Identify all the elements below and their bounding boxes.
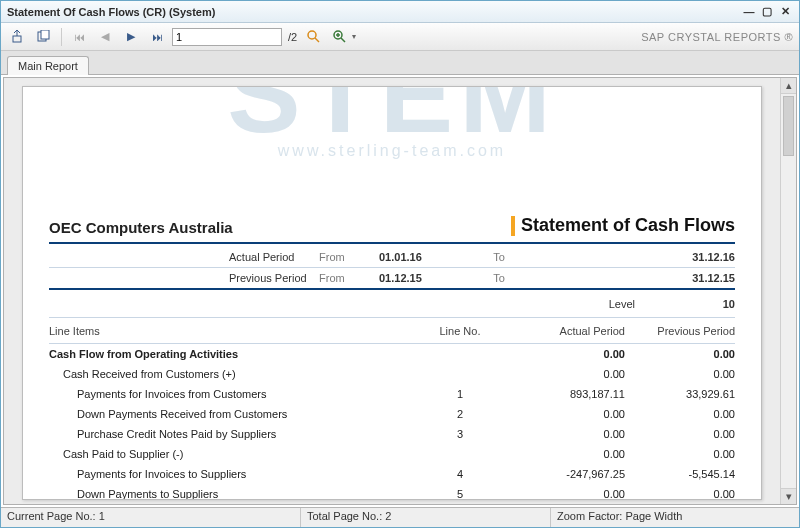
tab-strip: Main Report [1,51,799,75]
page-number-input[interactable] [172,28,282,46]
report-title: Statement of Cash Flows [521,215,735,236]
export-icon[interactable] [7,27,29,47]
close-icon[interactable]: ✕ [777,5,793,19]
report-row: Payments for Invoices from Customers1893… [49,384,735,404]
previous-from-date: 01.12.15 [379,272,469,284]
vertical-scrollbar[interactable]: ▴ ▾ [780,78,796,504]
row-line-no: 2 [425,408,495,420]
report-row: Down Payments to Suppliers50.000.00 [49,484,735,500]
search-icon[interactable] [303,27,325,47]
maximize-icon[interactable]: ▢ [759,5,775,19]
prev-page-icon[interactable]: ◀ [94,27,116,47]
company-name: OEC Computers Australia [49,219,511,236]
title-bar: Statement Of Cash Flows (CR) (System) — … [1,1,799,23]
from-label: From [319,272,379,284]
row-label: Cash Received from Customers (+) [49,368,425,380]
col-line-items: Line Items [49,325,425,337]
report-row: Down Payments Received from Customers20.… [49,404,735,424]
row-previous: 0.00 [625,348,735,360]
report-header: OEC Computers Australia Statement of Cas… [49,215,735,244]
status-total-page: Total Page No.: 2 [301,508,551,527]
report-row: Cash Flow from Operating Activities0.000… [49,344,735,364]
previous-period-label: Previous Period [49,272,319,284]
row-label: Payments for Invoices to Suppliers [49,468,425,480]
row-actual: 0.00 [495,348,625,360]
toolbar: ⏮ ◀ ▶ ⏭ /2 ▾ SAP CRYSTAL REPORTS ® [1,23,799,51]
report-row: Cash Received from Customers (+)0.000.00 [49,364,735,384]
report-window: Statement Of Cash Flows (CR) (System) — … [0,0,800,528]
previous-to-date: 31.12.15 [529,272,735,284]
period-block: Actual Period From 01.01.16 To 31.12.16 … [49,246,735,290]
row-label: Payments for Invoices from Customers [49,388,425,400]
row-previous: 0.00 [625,448,735,460]
zoom-icon[interactable] [329,27,351,47]
copy-icon[interactable] [33,27,55,47]
actual-to-date: 31.12.16 [529,251,735,263]
row-actual: 893,187.11 [495,388,625,400]
minimize-icon[interactable]: — [741,5,757,19]
level-row: Level 10 [49,290,735,318]
row-actual: 0.00 [495,448,625,460]
scroll-track[interactable] [781,94,796,488]
row-actual: 0.00 [495,368,625,380]
watermark-sub: www.sterling-team.com [49,142,735,160]
status-zoom: Zoom Factor: Page Width [551,508,799,527]
row-previous: 33,929.61 [625,388,735,400]
scroll-up-icon[interactable]: ▴ [781,78,796,94]
page-total: /2 [286,31,299,43]
row-line-no: 4 [425,468,495,480]
rows-container: Cash Flow from Operating Activities0.000… [49,344,735,500]
first-page-icon[interactable]: ⏮ [68,27,90,47]
col-previous: Previous Period [625,325,735,337]
status-current-page: Current Page No.: 1 [1,508,301,527]
svg-rect-0 [13,36,21,42]
column-headers: Line Items Line No. Actual Period Previo… [49,318,735,344]
row-label: Cash Paid to Supplier (-) [49,448,425,460]
row-line-no: 3 [425,428,495,440]
report-row: Cash Paid to Supplier (-)0.000.00 [49,444,735,464]
col-line-no: Line No. [425,325,495,337]
row-actual: 0.00 [495,428,625,440]
report-viewer: STEM www.sterling-team.com OEC Computers… [4,78,780,504]
level-label: Level [609,298,635,310]
row-label: Purchase Credit Notes Paid by Suppliers [49,428,425,440]
last-page-icon[interactable]: ⏭ [146,27,168,47]
scroll-thumb[interactable] [783,96,794,156]
row-actual: -247,967.25 [495,468,625,480]
brand-label: SAP CRYSTAL REPORTS ® [641,31,793,43]
to-label: To [469,251,529,263]
row-line-no: 1 [425,388,495,400]
scroll-down-icon[interactable]: ▾ [781,488,796,504]
svg-rect-2 [41,30,49,39]
watermark-main: STEM [49,86,735,138]
row-previous: 0.00 [625,428,735,440]
row-label: Down Payments Received from Customers [49,408,425,420]
title-accent-bar [511,216,515,236]
actual-from-date: 01.01.16 [379,251,469,263]
row-line-no: 5 [425,488,495,500]
report-row: Payments for Invoices to Suppliers4-247,… [49,464,735,484]
svg-point-3 [308,31,316,39]
window-title: Statement Of Cash Flows (CR) (System) [7,6,215,18]
from-label: From [319,251,379,263]
report-row: Purchase Credit Notes Paid by Suppliers3… [49,424,735,444]
row-actual: 0.00 [495,488,625,500]
level-value: 10 [695,298,735,310]
status-bar: Current Page No.: 1 Total Page No.: 2 Zo… [1,507,799,527]
watermark: STEM www.sterling-team.com [49,86,735,160]
separator [61,28,62,46]
actual-period-label: Actual Period [49,251,319,263]
report-page: STEM www.sterling-team.com OEC Computers… [22,86,762,500]
tab-main-report[interactable]: Main Report [7,56,89,75]
row-label: Cash Flow from Operating Activities [49,348,425,360]
row-previous: -5,545.14 [625,468,735,480]
row-label: Down Payments to Suppliers [49,488,425,500]
row-previous: 0.00 [625,488,735,500]
row-previous: 0.00 [625,408,735,420]
zoom-dropdown-icon[interactable]: ▾ [352,32,356,41]
row-actual: 0.00 [495,408,625,420]
row-previous: 0.00 [625,368,735,380]
to-label: To [469,272,529,284]
next-page-icon[interactable]: ▶ [120,27,142,47]
col-actual: Actual Period [495,325,625,337]
